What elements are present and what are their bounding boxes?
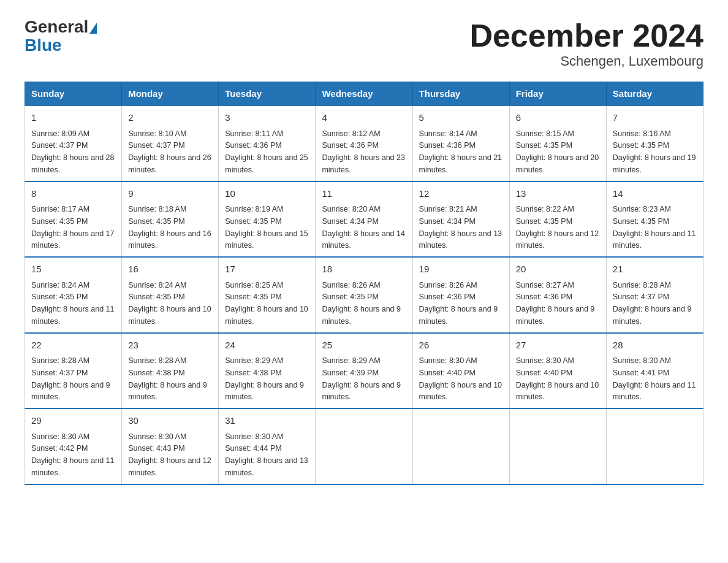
day-cell: 6Sunrise: 8:15 AMSunset: 4:35 PMDaylight… [509,105,606,182]
day-info: Sunrise: 8:11 AMSunset: 4:36 PMDaylight:… [225,129,308,174]
day-cell: 5Sunrise: 8:14 AMSunset: 4:36 PMDaylight… [412,105,509,182]
logo-blue: Blue [25,37,62,54]
day-cell: 17Sunrise: 8:25 AMSunset: 4:35 PMDayligh… [219,257,316,333]
day-info: Sunrise: 8:30 AMSunset: 4:41 PMDaylight:… [613,356,696,401]
day-number: 10 [225,187,309,201]
day-number: 25 [322,339,406,353]
day-cell: 8Sunrise: 8:17 AMSunset: 4:35 PMDaylight… [25,182,122,258]
day-number: 18 [322,262,406,277]
day-number: 4 [322,111,406,125]
calendar-title: December 2024 [469,18,703,53]
day-number: 12 [419,187,503,201]
day-info: Sunrise: 8:30 AMSunset: 4:42 PMDaylight:… [31,432,115,477]
day-number: 20 [516,262,600,277]
day-cell: 29Sunrise: 8:30 AMSunset: 4:42 PMDayligh… [25,408,122,484]
day-number: 23 [128,339,212,353]
day-cell [509,408,606,484]
logo-general: General [25,17,88,36]
day-info: Sunrise: 8:26 AMSunset: 4:35 PMDaylight:… [322,281,401,326]
day-cell: 14Sunrise: 8:23 AMSunset: 4:35 PMDayligh… [606,182,703,258]
day-cell: 23Sunrise: 8:28 AMSunset: 4:38 PMDayligh… [122,333,219,409]
day-info: Sunrise: 8:28 AMSunset: 4:37 PMDaylight:… [613,281,692,326]
day-number: 31 [225,414,309,428]
day-cell: 1Sunrise: 8:09 AMSunset: 4:37 PMDaylight… [25,105,122,182]
day-info: Sunrise: 8:30 AMSunset: 4:44 PMDaylight:… [225,432,308,477]
day-info: Sunrise: 8:16 AMSunset: 4:35 PMDaylight:… [613,129,696,174]
day-info: Sunrise: 8:14 AMSunset: 4:36 PMDaylight:… [419,129,502,174]
week-row-1: 1Sunrise: 8:09 AMSunset: 4:37 PMDaylight… [25,105,703,182]
day-info: Sunrise: 8:26 AMSunset: 4:36 PMDaylight:… [419,281,498,326]
day-info: Sunrise: 8:18 AMSunset: 4:35 PMDaylight:… [128,205,211,250]
day-info: Sunrise: 8:27 AMSunset: 4:36 PMDaylight:… [516,281,595,326]
day-number: 24 [225,339,309,353]
day-number: 29 [31,414,115,428]
day-info: Sunrise: 8:19 AMSunset: 4:35 PMDaylight:… [225,205,308,250]
day-info: Sunrise: 8:28 AMSunset: 4:38 PMDaylight:… [128,356,207,401]
calendar-subtitle: Schengen, Luxembourg [469,53,703,69]
day-info: Sunrise: 8:23 AMSunset: 4:35 PMDaylight:… [613,205,696,250]
calendar-header: SundayMondayTuesdayWednesdayThursdayFrid… [25,82,703,106]
day-number: 30 [128,414,212,428]
day-cell: 25Sunrise: 8:29 AMSunset: 4:39 PMDayligh… [316,333,412,409]
header-friday: Friday [509,82,606,106]
week-row-4: 22Sunrise: 8:28 AMSunset: 4:37 PMDayligh… [25,333,703,409]
day-info: Sunrise: 8:20 AMSunset: 4:34 PMDaylight:… [322,205,405,250]
calendar-body: 1Sunrise: 8:09 AMSunset: 4:37 PMDaylight… [25,105,703,484]
day-info: Sunrise: 8:28 AMSunset: 4:37 PMDaylight:… [31,356,110,401]
day-number: 7 [613,111,697,125]
day-cell: 20Sunrise: 8:27 AMSunset: 4:36 PMDayligh… [509,257,606,333]
day-number: 1 [31,111,115,125]
logo-triangle-icon [89,23,97,34]
day-number: 15 [31,262,115,277]
day-cell: 19Sunrise: 8:26 AMSunset: 4:36 PMDayligh… [412,257,509,333]
calendar-table: SundayMondayTuesdayWednesdayThursdayFrid… [25,82,703,485]
week-row-2: 8Sunrise: 8:17 AMSunset: 4:35 PMDaylight… [25,182,703,258]
day-info: Sunrise: 8:21 AMSunset: 4:34 PMDaylight:… [419,205,502,250]
day-cell: 2Sunrise: 8:10 AMSunset: 4:37 PMDaylight… [122,105,219,182]
page-header: General Blue December 2024 Schengen, Lux… [25,18,703,69]
day-number: 16 [128,262,212,277]
day-number: 19 [419,262,503,277]
day-number: 27 [516,339,600,353]
day-cell: 22Sunrise: 8:28 AMSunset: 4:37 PMDayligh… [25,333,122,409]
header-thursday: Thursday [412,82,509,106]
day-info: Sunrise: 8:15 AMSunset: 4:35 PMDaylight:… [516,129,599,174]
day-cell: 21Sunrise: 8:28 AMSunset: 4:37 PMDayligh… [606,257,703,333]
day-number: 22 [31,339,115,353]
week-row-5: 29Sunrise: 8:30 AMSunset: 4:42 PMDayligh… [25,408,703,484]
day-cell: 31Sunrise: 8:30 AMSunset: 4:44 PMDayligh… [219,408,316,484]
day-cell: 10Sunrise: 8:19 AMSunset: 4:35 PMDayligh… [219,182,316,258]
day-number: 17 [225,262,309,277]
week-row-3: 15Sunrise: 8:24 AMSunset: 4:35 PMDayligh… [25,257,703,333]
day-number: 2 [128,111,212,125]
day-cell: 18Sunrise: 8:26 AMSunset: 4:35 PMDayligh… [316,257,412,333]
day-cell: 9Sunrise: 8:18 AMSunset: 4:35 PMDaylight… [122,182,219,258]
day-info: Sunrise: 8:25 AMSunset: 4:35 PMDaylight:… [225,281,308,326]
day-info: Sunrise: 8:30 AMSunset: 4:43 PMDaylight:… [128,432,211,477]
header-sunday: Sunday [25,82,122,106]
day-info: Sunrise: 8:12 AMSunset: 4:36 PMDaylight:… [322,129,405,174]
day-cell: 12Sunrise: 8:21 AMSunset: 4:34 PMDayligh… [412,182,509,258]
day-info: Sunrise: 8:30 AMSunset: 4:40 PMDaylight:… [419,356,502,401]
logo: General Blue [25,18,97,54]
day-number: 5 [419,111,503,125]
title-area: December 2024 Schengen, Luxembourg [469,18,703,69]
day-cell: 24Sunrise: 8:29 AMSunset: 4:38 PMDayligh… [219,333,316,409]
day-cell [412,408,509,484]
day-number: 8 [31,187,115,201]
day-cell: 11Sunrise: 8:20 AMSunset: 4:34 PMDayligh… [316,182,412,258]
day-cell: 4Sunrise: 8:12 AMSunset: 4:36 PMDaylight… [316,105,412,182]
day-cell [316,408,412,484]
day-cell: 28Sunrise: 8:30 AMSunset: 4:41 PMDayligh… [606,333,703,409]
header-row: SundayMondayTuesdayWednesdayThursdayFrid… [25,82,703,106]
day-info: Sunrise: 8:09 AMSunset: 4:37 PMDaylight:… [31,129,115,174]
day-cell: 15Sunrise: 8:24 AMSunset: 4:35 PMDayligh… [25,257,122,333]
day-number: 11 [322,187,406,201]
day-info: Sunrise: 8:24 AMSunset: 4:35 PMDaylight:… [128,281,211,326]
day-cell [606,408,703,484]
day-number: 13 [516,187,600,201]
day-info: Sunrise: 8:17 AMSunset: 4:35 PMDaylight:… [31,205,115,250]
day-cell: 26Sunrise: 8:30 AMSunset: 4:40 PMDayligh… [412,333,509,409]
header-saturday: Saturday [606,82,703,106]
day-cell: 3Sunrise: 8:11 AMSunset: 4:36 PMDaylight… [219,105,316,182]
